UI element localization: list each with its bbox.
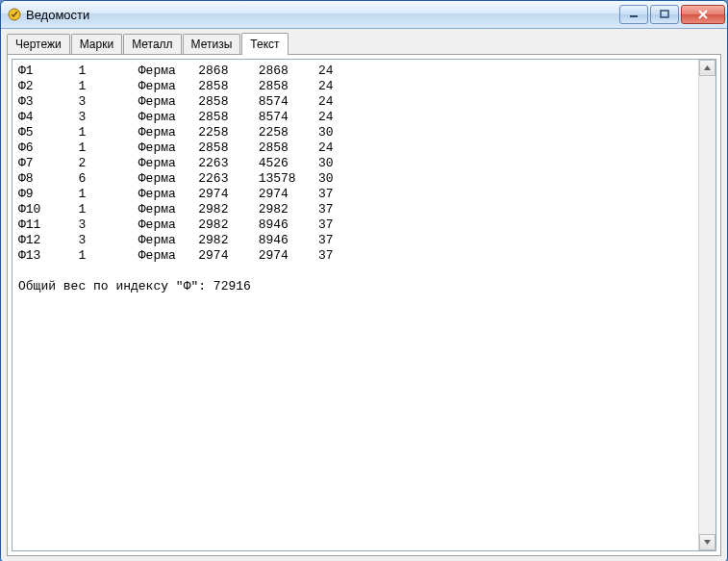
vertical-scrollbar[interactable] — [698, 60, 715, 550]
tab-page: Ф1 1 Ферма 2868 2868 24 Ф2 1 Ферма 2858 … — [7, 54, 721, 556]
tab-4[interactable]: Текст — [241, 33, 288, 55]
tab-0[interactable]: Чертежи — [7, 34, 70, 54]
tab-strip: ЧертежиМаркиМеталлМетизыТекст — [7, 33, 721, 54]
text-output: Ф1 1 Ферма 2868 2868 24 Ф2 1 Ферма 2858 … — [12, 59, 716, 551]
tab-1[interactable]: Марки — [71, 34, 122, 54]
maximize-button[interactable] — [650, 5, 679, 24]
scroll-down-button[interactable] — [699, 534, 715, 550]
scroll-up-button[interactable] — [699, 60, 715, 76]
app-window: Ведомости ЧертежиМаркиМеталлМетизыТекст … — [0, 0, 728, 561]
minimize-button[interactable] — [619, 5, 648, 24]
tab-2[interactable]: Металл — [123, 34, 181, 54]
client-area: ЧертежиМаркиМеталлМетизыТекст Ф1 1 Ферма… — [1, 29, 727, 561]
app-icon — [7, 7, 22, 22]
window-title: Ведомости — [26, 8, 619, 22]
close-button[interactable] — [681, 5, 725, 24]
svg-rect-2 — [661, 11, 668, 17]
window-buttons — [619, 5, 725, 24]
text-content[interactable]: Ф1 1 Ферма 2868 2868 24 Ф2 1 Ферма 2858 … — [13, 60, 698, 550]
title-bar[interactable]: Ведомости — [1, 1, 727, 29]
tab-3[interactable]: Метизы — [183, 34, 241, 54]
